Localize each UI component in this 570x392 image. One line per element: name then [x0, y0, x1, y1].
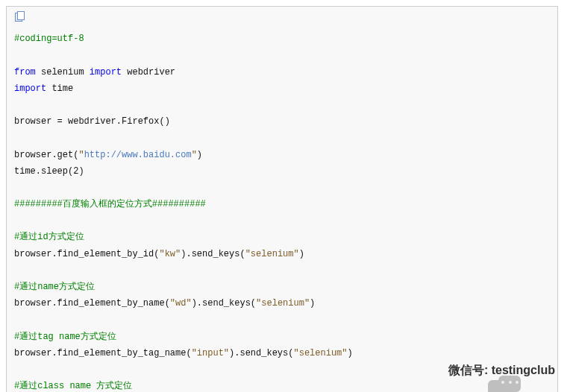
code-comment: #通过class name 方式定位 — [14, 381, 132, 391]
wechat-watermark: 微信号: testingclub — [410, 359, 555, 382]
watermark-value: testingclub — [492, 364, 555, 376]
watermark-label: 微信号 — [448, 364, 484, 376]
string: "selenium" — [245, 249, 299, 259]
code-comment: #通过tag name方式定位 — [14, 332, 116, 342]
blank-line — [14, 312, 550, 328]
copy-icon[interactable] — [14, 11, 25, 22]
code-block: #coding=utf-8 from selenium import webdr… — [6, 6, 558, 392]
string: "selenium" — [256, 298, 310, 309]
string: "selenium" — [293, 348, 347, 358]
blank-line — [14, 97, 550, 113]
code-comment: #通过name方式定位 — [14, 282, 95, 292]
blank-line — [14, 180, 550, 196]
blank-line — [14, 212, 550, 229]
code-comment: #coding=utf-8 — [14, 34, 84, 44]
code-text: time.sleep(2) — [14, 166, 84, 177]
kw: import — [14, 83, 46, 94]
string: "wd" — [170, 298, 192, 309]
code-comment: #通过id方式定位 — [14, 232, 84, 242]
kw: import — [90, 67, 122, 78]
blank-line — [14, 262, 550, 279]
url-string: http://www.baidu.com — [84, 150, 192, 160]
kw: from — [14, 67, 36, 78]
code-text: browser = webdriver.Firefox() — [14, 116, 170, 127]
code-comment: #########百度输入框的定位方式########## — [14, 199, 206, 209]
string: "input" — [192, 348, 229, 358]
blank-line — [14, 47, 550, 63]
string: "kw" — [159, 249, 181, 259]
blank-line — [14, 130, 550, 146]
code-toolbar — [14, 11, 550, 28]
